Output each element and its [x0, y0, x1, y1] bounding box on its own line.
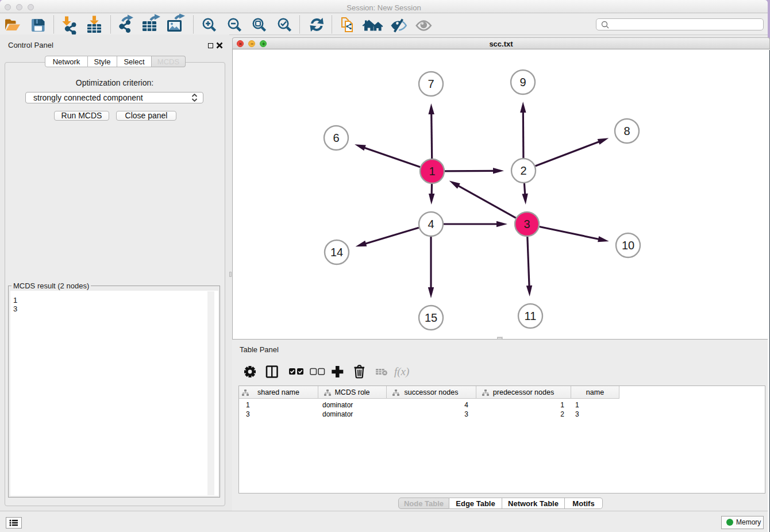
svg-text:14: 14 [330, 246, 343, 259]
svg-text:10: 10 [622, 239, 634, 252]
svg-text:f(x): f(x) [394, 365, 409, 378]
svg-text:8: 8 [623, 125, 630, 137]
svg-text:1: 1 [429, 165, 435, 178]
svg-text:9: 9 [519, 76, 526, 88]
svg-text:11: 11 [525, 310, 537, 322]
svg-text:2: 2 [520, 164, 526, 177]
svg-text:7: 7 [428, 78, 434, 90]
svg-text:4: 4 [428, 218, 434, 230]
svg-text:3: 3 [523, 218, 530, 230]
svg-text:15: 15 [425, 311, 437, 324]
svg-text:6: 6 [333, 132, 339, 144]
